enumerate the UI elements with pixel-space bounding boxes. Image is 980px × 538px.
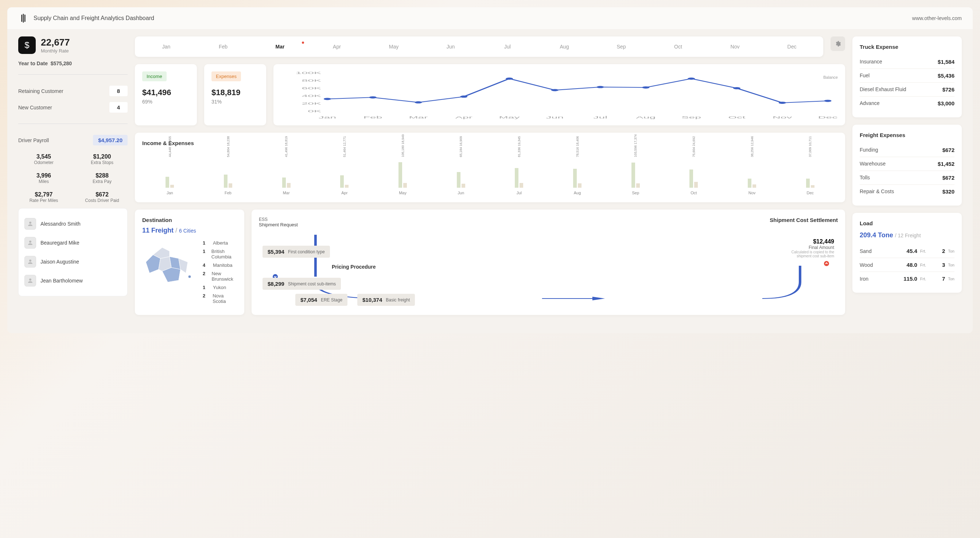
ship-req: Shipment Request	[259, 222, 298, 228]
driver-row[interactable]: Alessandro Smith	[24, 214, 121, 233]
month-oct[interactable]: Oct	[650, 41, 706, 53]
ship-title: Shipment Cost Settlement	[770, 217, 838, 228]
stat-item: $672Costs Driver Paid	[76, 191, 127, 203]
load-row: Sand45.4Frt.2Ton	[860, 244, 955, 258]
rate-value: 22,677	[41, 37, 70, 48]
load-row: Wood48.0Frt.3Ton	[860, 258, 955, 272]
payroll-label: Driver Payroll	[18, 137, 49, 143]
customer-row: Retaining Customer8	[18, 83, 127, 99]
svg-text:40K: 40K	[302, 94, 321, 98]
header-url[interactable]: www.other-levels.com	[912, 15, 962, 21]
ie-bar-group: 105,18018,949 May	[375, 135, 431, 195]
svg-marker-35	[592, 297, 605, 300]
dest-item: 4Manitoba	[203, 263, 237, 268]
svg-text:0K: 0K	[308, 109, 321, 113]
freight-expense-card: Freight Expenses Funding$672Warehouse$1,…	[853, 125, 962, 205]
dest-sub: 11 Freight / 6 Cities	[142, 227, 237, 234]
truck-expense-card: Truck Expense Insurance$1,584Fuel$5,436D…	[853, 37, 962, 117]
topbar: Supply Chain and Freight Analytics Dashb…	[7, 7, 973, 29]
month-mar[interactable]: Mar	[251, 41, 309, 53]
svg-point-16	[597, 86, 604, 88]
truck-exp-row: Insurance$1,584	[860, 55, 955, 69]
svg-point-1	[29, 240, 31, 243]
node-up-icon	[824, 261, 829, 266]
svg-text:80K: 80K	[302, 79, 321, 83]
truck-exp-row: Fuel$5,436	[860, 69, 955, 83]
ship-box-3: $7,054ERE Stage	[295, 294, 347, 306]
ie-bar-group: 78,51618,406 Aug	[550, 136, 605, 195]
month-sep[interactable]: Sep	[593, 41, 650, 53]
shipment-card: ESS Shipment Request Shipment Cost Settl…	[251, 210, 845, 315]
customer-row: New Customer4	[18, 99, 127, 116]
load-title: Load	[860, 220, 955, 226]
destination-card: Destination 11 Freight / 6 Cities 1Alber…	[135, 210, 244, 315]
income-pct: 69%	[142, 99, 189, 105]
svg-point-0	[29, 221, 31, 224]
month-aug[interactable]: Aug	[536, 41, 593, 53]
svg-point-18	[687, 78, 695, 80]
truck-exp-row: Advance$3,000	[860, 97, 955, 110]
svg-text:Sep: Sep	[681, 116, 701, 119]
freight-exp-title: Freight Expenses	[860, 132, 955, 138]
month-jan[interactable]: Jan	[138, 41, 195, 53]
expense-value: $18,819	[212, 88, 259, 97]
driver-row[interactable]: Jean Bartholomew	[24, 271, 121, 290]
svg-text:Jan: Jan	[319, 116, 337, 119]
svg-text:20K: 20K	[302, 102, 321, 105]
load-card: Load 209.4 Tone / 12 Freight Sand45.4Frt…	[853, 213, 962, 293]
svg-point-3	[29, 279, 31, 281]
svg-text:Jul: Jul	[593, 116, 607, 119]
svg-point-15	[551, 89, 558, 91]
svg-text:Jun: Jun	[546, 116, 564, 119]
dest-item: 2New Brunswick	[203, 271, 237, 282]
settings-button[interactable]	[830, 37, 845, 51]
ie-bar-group: 54,80418,238 Feb	[200, 136, 256, 195]
dest-title: Destination	[142, 217, 237, 223]
month-feb[interactable]: Feb	[195, 41, 251, 53]
logo-icon	[18, 13, 29, 23]
svg-point-12	[415, 101, 422, 103]
month-jul[interactable]: Jul	[479, 41, 536, 53]
ship-box-4: $10,374Basic freight	[357, 294, 415, 306]
stat-item: 3,996Miles	[18, 172, 69, 184]
freight-exp-row: Funding$672	[860, 143, 955, 157]
income-card: Income $41,496 69%	[135, 64, 197, 126]
ie-bar-group: 37,00910,711 Dec	[783, 136, 838, 195]
svg-point-21	[824, 100, 831, 102]
svg-text:Mar: Mar	[409, 116, 428, 119]
month-jun[interactable]: Jun	[422, 41, 479, 53]
ship-box-2: $8,299Shipment cost sub-items	[262, 278, 341, 290]
svg-text:60K: 60K	[302, 86, 321, 90]
freight-exp-row: Tolls$672	[860, 171, 955, 185]
svg-point-11	[369, 96, 377, 99]
month-selector: JanFebMarAprMayJunJulAugSepOctNovDec	[135, 37, 823, 57]
balance-chart-title: Balance	[823, 75, 838, 80]
income-value: $41,496	[142, 88, 189, 97]
month-may[interactable]: May	[365, 41, 422, 53]
svg-text:Apr: Apr	[455, 116, 473, 119]
freight-exp-row: Repair & Costs$320	[860, 185, 955, 198]
payroll-value[interactable]: $4,957.20	[93, 135, 127, 145]
stat-item: 3,545Odometer	[18, 153, 69, 165]
ytd: Year to Date $575,280	[18, 60, 127, 66]
driver-row[interactable]: Jaison Augustine	[24, 252, 121, 271]
svg-point-19	[733, 87, 740, 89]
month-dec[interactable]: Dec	[764, 41, 820, 53]
ship-box-1: $5,394First condition type	[262, 246, 330, 258]
ie-bar-group: 65,18416,909 Jun	[433, 136, 488, 195]
svg-point-17	[642, 86, 649, 89]
ship-ess: ESS	[259, 217, 298, 222]
month-apr[interactable]: Apr	[309, 41, 365, 53]
month-nov[interactable]: Nov	[706, 41, 764, 53]
ie-bar-group: 81,33619,345 Jul	[492, 136, 547, 195]
avatar-icon	[24, 275, 36, 287]
stat-item: $2,797Rate Per Miles	[18, 191, 69, 203]
driver-payroll-row: Driver Payroll $4,957.20	[18, 132, 127, 148]
svg-text:Nov: Nov	[773, 116, 792, 119]
driver-row[interactable]: Beauregard Mike	[24, 233, 121, 252]
svg-text:Dec: Dec	[818, 116, 838, 119]
monthly-rate: $ 22,677 Monthly Rate	[18, 37, 127, 54]
avatar-icon	[24, 218, 36, 230]
svg-point-20	[779, 102, 786, 104]
truck-exp-row: Diesel Exhaust Fluid$726	[860, 83, 955, 97]
